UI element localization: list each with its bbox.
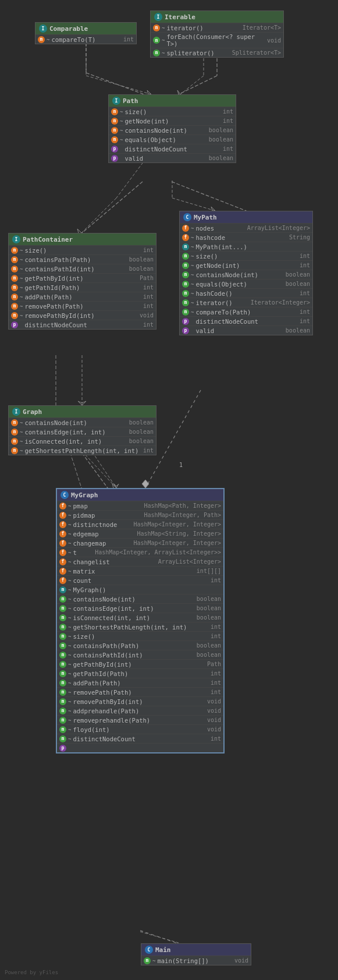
svg-line-17 [82,451,116,488]
svg-line-38 [140,931,177,943]
mygraph-box[interactable]: C MyGraph f ~ pmap HashMap<Path, Integer… [56,488,225,753]
path-row-5: p valid boolean [109,153,236,162]
path-row-3: m ~ equals(Object) boolean [109,135,236,144]
method-icon: m [153,24,160,31]
iterable-title: Iterable [165,13,195,21]
f-icon: f [59,512,66,519]
m-icon: m [11,247,18,254]
m-icon: m [59,735,66,742]
main-title: Main [155,946,171,954]
watermark: Powered by yFiles [5,970,58,975]
m-icon: m [59,605,66,612]
f-icon: f [59,521,66,528]
m-icon: m [182,281,189,288]
m-icon: m [11,293,18,300]
c-icon: m [59,586,66,593]
mypath-icon: C [183,213,191,221]
diagram-container: 1 I Comparable m ~ compareTo(T) int I It… [0,0,338,980]
path-row-1: m ~ getNode(int) int [109,116,236,125]
path-row-0: m ~ size() int [109,107,236,116]
p-icon: p [59,745,66,752]
m-icon: m [182,299,189,306]
svg-line-28 [82,182,143,233]
f-icon: f [59,558,66,565]
p-icon: p [111,146,118,153]
svg-line-10 [81,198,116,233]
m-icon: m [59,726,66,733]
f-icon: f [182,234,189,241]
c-icon: m [182,243,189,250]
mygraph-header: C MyGraph [57,489,223,501]
path-row-4: p distinctNodeCount int [109,144,236,153]
svg-line-26 [172,182,246,211]
m-icon: m [11,419,18,426]
pathcontainer-box: I PathContainer m ~ size() int m ~ conta… [8,233,156,330]
m-icon: m [59,614,66,621]
svg-line-33 [82,453,108,488]
iterable-row-2: m ~ spliterator() Spliterator<T> [151,48,283,57]
p-icon: p [111,155,118,162]
graph-title: Graph [23,408,42,416]
p-icon: p [182,318,189,325]
mypath-title: MyPath [194,214,217,221]
comparable-icon: I [39,24,47,33]
path-header: I Path [109,95,236,107]
pathcontainer-header: I PathContainer [9,233,156,245]
method-icon: m [38,36,45,43]
graph-icon: I [12,408,20,416]
iterable-header: I Iterable [151,11,283,23]
f-icon: f [59,577,66,584]
comparable-row-0: m ~ compareTo(T) int [35,34,136,44]
m-icon: m [182,309,189,316]
f-icon: f [59,503,66,510]
m-icon: m [11,303,18,310]
m-icon: m [59,642,66,649]
mygraph-count-row: f ~ count int [57,575,223,585]
p-icon: p [11,321,18,328]
f-icon: f [59,530,66,537]
comparable-title: Comparable [49,25,88,33]
graph-box: I Graph m ~ containsNode(int) boolean m … [8,405,156,455]
m-icon: m [11,438,18,445]
main-icon: C [145,946,153,954]
m-icon: m [59,680,66,687]
graph-header: I Graph [9,406,156,418]
mypath-header: C MyPath [180,211,312,223]
m-icon: m [59,670,66,677]
mypath-box: C MyPath f ~ nodes ArrayList<Integer> f … [179,211,313,335]
m-icon: m [59,596,66,603]
m-icon: m [59,707,66,714]
m-icon: m [111,136,118,143]
m-icon: m [59,624,66,631]
f-icon: f [182,225,189,232]
f-icon: f [59,540,66,547]
m-icon: m [11,266,18,273]
f-icon: f [59,549,66,556]
m-icon: m [59,652,66,659]
svg-line-19 [140,932,180,943]
m-icon: m [11,312,18,319]
svg-marker-13 [78,401,86,405]
svg-marker-18 [114,484,119,488]
svg-marker-37 [142,480,149,488]
p-icon: p [182,327,189,334]
m-icon: m [59,717,66,724]
mygraph-title: MyGraph [71,491,98,499]
svg-line-1 [86,76,151,94]
path-row-2: m ~ containsNode(int) boolean [109,125,236,135]
m-icon: m [59,698,66,705]
m-icon: m [182,290,189,297]
path-box: I Path m ~ size() int m ~ getNode(int) i… [108,94,236,163]
comparable-box: I Comparable m ~ compareTo(T) int [35,22,137,44]
mygraph-icon: C [61,491,69,499]
iterable-icon: I [154,13,162,21]
svg-line-4 [180,76,204,94]
method-icon: m [153,49,160,56]
comparable-header: I Comparable [35,23,136,34]
pathcontainer-icon: I [12,235,20,243]
m-icon: m [59,689,66,696]
m-icon: m [11,256,18,263]
main-header: C Main [141,944,251,956]
svg-line-21 [86,73,145,95]
m-icon: m [182,271,189,278]
